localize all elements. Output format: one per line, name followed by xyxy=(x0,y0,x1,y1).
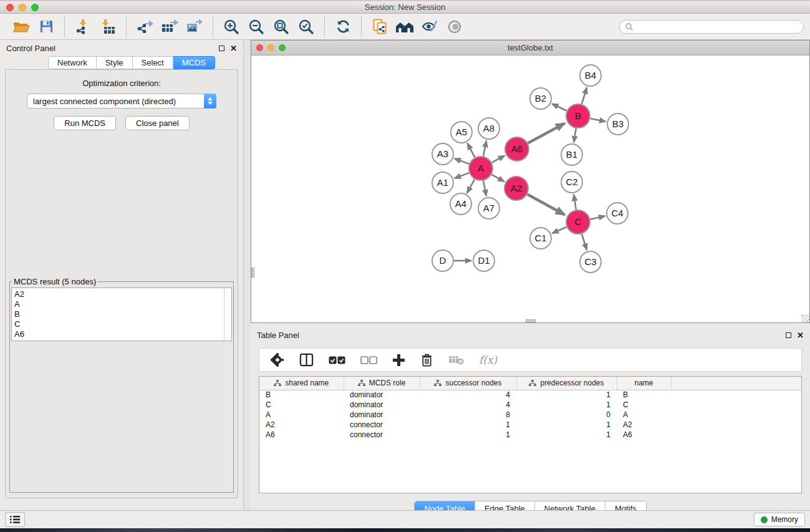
node-B[interactable]: B xyxy=(566,104,590,128)
zoom-selected-button[interactable] xyxy=(296,17,316,37)
network-graph[interactable]: B4B2BB3A5A8A6B1A3AC2A1A2A4A7C4CC1DD1C3 xyxy=(251,56,809,322)
float-table-panel-icon[interactable] xyxy=(786,332,791,338)
memory-button[interactable]: Memory xyxy=(754,513,805,526)
table-row[interactable]: A6connector11A6 xyxy=(259,430,801,440)
mcds-result-item[interactable]: A6 xyxy=(14,329,221,339)
close-panel-button[interactable]: Close panel xyxy=(125,116,190,130)
function-builder-button[interactable]: f(x) xyxy=(479,354,497,366)
table-cell[interactable]: 0 xyxy=(516,410,617,420)
table-cell[interactable]: A2 xyxy=(617,420,671,430)
edge-C-C4[interactable] xyxy=(591,216,605,219)
mcds-result-item[interactable]: C xyxy=(14,319,221,329)
mcds-result-item[interactable]: B xyxy=(14,309,221,319)
node-A3[interactable]: A3 xyxy=(432,143,453,165)
table-row[interactable]: Cdominator41C xyxy=(259,400,801,410)
edge-C-C3[interactable] xyxy=(582,234,587,250)
table-cell[interactable]: 1 xyxy=(516,420,617,430)
table-cell[interactable]: 1 xyxy=(516,390,617,400)
mcds-result-item[interactable]: A xyxy=(14,299,221,309)
table-row[interactable]: Bdominator41B xyxy=(259,390,801,400)
node-A7[interactable]: A7 xyxy=(478,198,499,219)
edge-A-A6[interactable] xyxy=(492,155,505,162)
export-network-button[interactable] xyxy=(135,17,155,37)
node-C4[interactable]: C4 xyxy=(607,203,628,224)
preview-button[interactable] xyxy=(445,17,465,37)
table-cell[interactable]: 1 xyxy=(516,430,617,440)
node-B1[interactable]: B1 xyxy=(561,144,582,165)
node-A2[interactable]: A2 xyxy=(504,177,528,200)
column-header-name[interactable]: name xyxy=(617,377,671,390)
table-cell[interactable]: C xyxy=(617,400,671,410)
table-cell[interactable]: A2 xyxy=(259,420,344,430)
node-A5[interactable]: A5 xyxy=(451,122,472,143)
tab-style[interactable]: Style xyxy=(97,56,133,69)
network-vertical-scrollbar[interactable] xyxy=(251,268,254,278)
search-input[interactable] xyxy=(619,20,804,34)
table-cell[interactable]: 1 xyxy=(420,430,516,440)
network-snapshot-button[interactable] xyxy=(370,17,390,37)
import-network-button[interactable] xyxy=(73,17,93,37)
table-cell[interactable]: B xyxy=(259,390,344,400)
unselect-all-columns-button[interactable] xyxy=(360,356,377,364)
edge-A-A2[interactable] xyxy=(491,175,504,181)
edge-B-B1[interactable] xyxy=(574,128,576,143)
node-A8[interactable]: A8 xyxy=(478,118,499,139)
run-mcds-button[interactable]: Run MCDS xyxy=(54,116,116,130)
column-header-successor-nodes[interactable]: successor nodes xyxy=(420,377,516,390)
node-C[interactable]: C xyxy=(566,210,590,234)
edge-C-C1[interactable] xyxy=(552,227,566,233)
float-panel-icon[interactable] xyxy=(219,46,224,51)
import-table-button[interactable] xyxy=(98,17,118,37)
edge-A-A1[interactable] xyxy=(455,173,470,178)
close-panel-icon[interactable]: ✕ xyxy=(230,46,237,51)
column-header-shared-name[interactable]: shared name xyxy=(259,377,344,390)
create-column-button[interactable] xyxy=(392,354,405,367)
table-cell[interactable]: A xyxy=(259,410,344,420)
refresh-button[interactable] xyxy=(333,17,353,37)
edge-C-C2[interactable] xyxy=(574,195,576,210)
node-B3[interactable]: B3 xyxy=(607,114,629,135)
node-C1[interactable]: C1 xyxy=(530,228,551,249)
tab-mcds[interactable]: MCDS xyxy=(173,56,215,69)
table-row[interactable]: Adominator80A xyxy=(259,410,801,420)
table-cell[interactable]: 8 xyxy=(420,410,516,420)
edge-B-B3[interactable] xyxy=(591,118,606,122)
node-A1[interactable]: A1 xyxy=(432,172,453,193)
task-history-button[interactable] xyxy=(5,512,25,527)
show-hide-panels-button[interactable] xyxy=(420,17,440,37)
export-image-button[interactable] xyxy=(185,17,205,37)
table-cell[interactable]: B xyxy=(617,390,671,400)
export-table-button[interactable] xyxy=(160,17,180,37)
edge-A-A4[interactable] xyxy=(467,179,475,193)
table-settings-button[interactable] xyxy=(271,353,284,367)
home-button[interactable] xyxy=(395,17,415,37)
column-header-predecessor-nodes[interactable]: predecessor nodes xyxy=(516,377,617,390)
open-session-button[interactable] xyxy=(11,17,31,37)
node-A4[interactable]: A4 xyxy=(450,193,471,215)
zoom-in-button[interactable] xyxy=(221,17,241,37)
edge-A-A5[interactable] xyxy=(467,143,475,158)
edge-A-A8[interactable] xyxy=(483,141,486,157)
table-cell[interactable]: connector xyxy=(344,420,420,430)
table-cell[interactable]: 4 xyxy=(420,400,516,410)
node-A[interactable]: A xyxy=(469,157,493,180)
table-cell[interactable]: 1 xyxy=(516,400,617,410)
optimization-criterion-select[interactable]: largest connected component (directed) xyxy=(27,94,216,109)
edge-A6-B[interactable] xyxy=(528,123,565,143)
node-C2[interactable]: C2 xyxy=(561,172,582,193)
network-resize-gripper[interactable] xyxy=(801,314,809,322)
tab-select[interactable]: Select xyxy=(133,56,173,69)
table-cell[interactable]: 1 xyxy=(420,420,516,430)
node-D[interactable]: D xyxy=(432,250,453,271)
edge-A2-C[interactable] xyxy=(528,195,565,215)
table-cell[interactable]: A6 xyxy=(259,430,344,440)
tab-network[interactable]: Network xyxy=(48,56,97,69)
node-C3[interactable]: C3 xyxy=(580,251,601,273)
table-cell[interactable]: A xyxy=(617,410,671,420)
delete-column-button[interactable] xyxy=(420,353,433,367)
table-cell[interactable]: C xyxy=(259,400,344,410)
table-cell[interactable]: dominator xyxy=(344,390,420,400)
select-all-columns-button[interactable] xyxy=(329,356,345,364)
mcds-result-item[interactable]: A2 xyxy=(14,289,221,299)
edge-B-B4[interactable] xyxy=(582,87,587,104)
